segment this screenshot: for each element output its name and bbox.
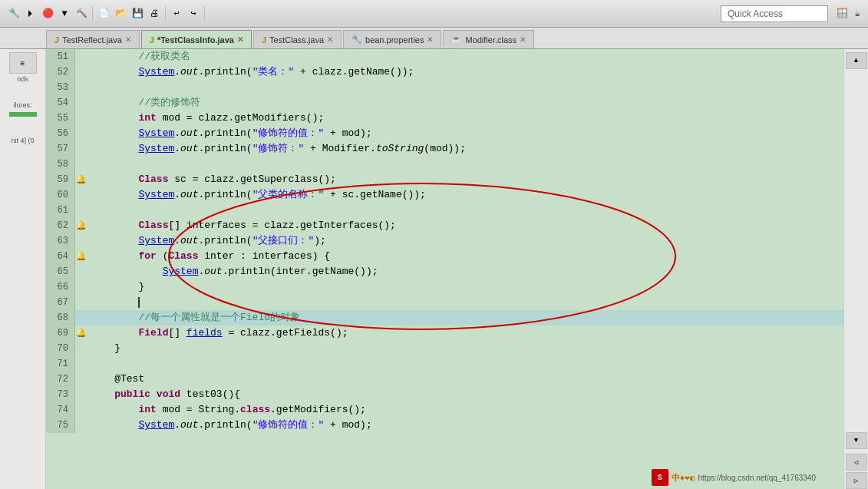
code-line-72: 72 @Test bbox=[46, 372, 843, 387]
code-70: } bbox=[87, 341, 843, 356]
line-num-69: 69 bbox=[46, 325, 75, 341]
sidebar-label-3: nit 4] (0 bbox=[11, 137, 34, 144]
code-editor[interactable]: 51 //获取类名 52 System.out.println("类名：" + … bbox=[46, 49, 843, 489]
code-line-70: 70 } bbox=[46, 341, 843, 356]
code-72: @Test bbox=[87, 372, 843, 387]
toolbar-group-3: ↩ ↪ bbox=[166, 6, 205, 21]
code-line-73: 73 public void test03(){ bbox=[46, 387, 843, 402]
watermark-brand: 中♦❤◐ bbox=[672, 472, 695, 484]
tab-reflect-close[interactable]: ✕ bbox=[125, 35, 131, 44]
code-line-67: 67 bbox=[46, 295, 843, 310]
redo-icon[interactable]: ↪ bbox=[186, 6, 201, 21]
tab-modifier[interactable]: ☕ Modifier.class ✕ bbox=[443, 30, 534, 48]
code-line-61: 61 bbox=[46, 203, 843, 218]
tab-bean-icon: 🔧 bbox=[351, 35, 362, 45]
tab-testclass-close[interactable]: ✕ bbox=[327, 35, 333, 44]
line-num-63: 63 bbox=[46, 233, 75, 249]
line-num-67: 67 bbox=[46, 295, 75, 310]
toolbar-icon-5[interactable]: 🔨 bbox=[74, 6, 89, 21]
line-num-60: 60 bbox=[46, 187, 75, 203]
code-57: System.out.println("修饰符：" + Modifier.toS… bbox=[87, 141, 843, 157]
quick-access-label: Quick Access bbox=[728, 8, 783, 19]
right-btn-nav-2[interactable]: ▷ bbox=[846, 472, 867, 489]
save-icon[interactable]: 💾 bbox=[130, 6, 145, 21]
toolbar-group-1: 🔧 ⏵ 🔴 ▼ 🔨 bbox=[3, 6, 93, 21]
code-59: Class sc = clazz.getSuperclass(); bbox=[87, 172, 843, 187]
code-73: public void test03(){ bbox=[87, 387, 843, 402]
code-65: System.out.println(inter.getName()); bbox=[87, 264, 843, 279]
code-68: //每一个属性就是一个Field的对象 bbox=[87, 310, 843, 325]
line-num-54: 54 bbox=[46, 95, 75, 111]
code-line-54: 54 //类的修饰符 bbox=[46, 95, 843, 111]
sidebar-btn-1[interactable]: ≡ bbox=[9, 52, 37, 74]
watermark-logo: S bbox=[652, 469, 668, 486]
undo-icon[interactable]: ↩ bbox=[169, 6, 184, 21]
line-num-74: 74 bbox=[46, 402, 75, 418]
gutter-59: 🔔 bbox=[75, 172, 87, 187]
tab-classinfo-close[interactable]: ✕ bbox=[237, 35, 243, 44]
tab-bean[interactable]: 🔧 bean.properties ✕ bbox=[343, 30, 441, 48]
code-line-60: 60 System.out.println("父类的名称：" + sc.getN… bbox=[46, 187, 843, 203]
right-btn-nav-1[interactable]: ◁ bbox=[846, 454, 867, 471]
left-sidebar: ≡ nds ilures: nit 4] (0 bbox=[0, 49, 46, 489]
code-62: Class[] interfaces = clazz.getInterfaces… bbox=[87, 218, 843, 233]
code-line-69: 69 🔔 Field[] fields = clazz.getFields(); bbox=[46, 325, 843, 341]
line-num-59: 59 bbox=[46, 172, 75, 187]
line-num-55: 55 bbox=[46, 111, 75, 126]
toolbar-icon-1[interactable]: 🔧 bbox=[6, 6, 21, 21]
quick-access-input[interactable]: Quick Access bbox=[721, 5, 828, 22]
line-num-72: 72 bbox=[46, 372, 75, 387]
code-line-57: 57 System.out.println("修饰符：" + Modifier.… bbox=[46, 141, 843, 157]
tab-reflect[interactable]: J TestReflect.java ✕ bbox=[46, 30, 140, 48]
menu-icon-2[interactable]: ☕ bbox=[850, 6, 865, 21]
code-line-52: 52 System.out.println("类名：" + clazz.getN… bbox=[46, 64, 843, 80]
code-63: System.out.println("父接口们："); bbox=[87, 233, 843, 249]
line-num-71: 71 bbox=[46, 356, 75, 372]
tab-testclass-icon: J bbox=[262, 35, 266, 45]
tab-bean-close[interactable]: ✕ bbox=[427, 35, 433, 44]
new-file-icon[interactable]: 📄 bbox=[96, 6, 111, 21]
code-56: System.out.println("修饰符的值：" + mod); bbox=[87, 126, 843, 141]
code-line-62: 62 🔔 Class[] interfaces = clazz.getInter… bbox=[46, 218, 843, 233]
code-line-75: 75 System.out.println("修饰符的值：" + mod); bbox=[46, 418, 843, 433]
print-icon[interactable]: 🖨 bbox=[147, 6, 162, 21]
code-area: 51 //获取类名 52 System.out.println("类名：" + … bbox=[46, 49, 843, 489]
line-num-61: 61 bbox=[46, 203, 75, 218]
toolbar-icon-4[interactable]: ▼ bbox=[57, 6, 72, 21]
code-64: for (Class inter : interfaces) { bbox=[87, 249, 843, 264]
code-66: } bbox=[87, 279, 843, 295]
watermark-url: https://blog.csdn.net/qq_41763340 bbox=[698, 474, 816, 482]
tab-modifier-close[interactable]: ✕ bbox=[520, 35, 526, 44]
menu-icon-1[interactable]: 🪟 bbox=[834, 6, 850, 21]
code-75: System.out.println("修饰符的值：" + mod); bbox=[87, 418, 843, 433]
toolbar: 🔧 ⏵ 🔴 ▼ 🔨 📄 📂 💾 🖨 ↩ ↪ Quick Access 🪟 ☕ bbox=[0, 0, 868, 28]
code-line-55: 55 int mod = clazz.getModifiers(); bbox=[46, 111, 843, 126]
code-line-51: 51 //获取类名 bbox=[46, 49, 843, 64]
gutter-62: 🔔 bbox=[75, 218, 87, 233]
tab-testclass[interactable]: J TestClass.java ✕ bbox=[253, 30, 342, 48]
line-num-57: 57 bbox=[46, 141, 75, 157]
tab-reflect-label: TestReflect.java bbox=[62, 35, 122, 45]
line-num-56: 56 bbox=[46, 126, 75, 141]
toolbar-icon-2[interactable]: ⏵ bbox=[23, 6, 38, 21]
tab-classinfo-icon: J bbox=[150, 35, 154, 45]
tab-modifier-icon: ☕ bbox=[451, 35, 462, 45]
line-num-75: 75 bbox=[46, 418, 75, 433]
sidebar-label-2: ilures: bbox=[13, 101, 31, 109]
sidebar-label-1: nds bbox=[17, 75, 28, 83]
line-num-64: 64 bbox=[46, 249, 75, 264]
right-panel: ▲ ▼ ◁ ▷ bbox=[843, 49, 868, 489]
code-52: System.out.println("类名：" + clazz.getName… bbox=[87, 64, 843, 80]
code-line-56: 56 System.out.println("修饰符的值：" + mod); bbox=[46, 126, 843, 141]
right-btn-scroll-up[interactable]: ▲ bbox=[846, 52, 867, 69]
code-55: int mod = clazz.getModifiers(); bbox=[87, 111, 843, 126]
code-line-64: 64 🔔 for (Class inter : interfaces) { bbox=[46, 249, 843, 264]
gutter-64: 🔔 bbox=[75, 249, 87, 264]
right-btn-scroll-down[interactable]: ▼ bbox=[846, 432, 867, 449]
code-line-65: 65 System.out.println(inter.getName()); bbox=[46, 264, 843, 279]
code-line-53: 53 bbox=[46, 80, 843, 95]
tab-classinfo[interactable]: J *TestClassInfo.java ✕ bbox=[141, 30, 252, 48]
tab-bean-label: bean.properties bbox=[365, 35, 424, 45]
open-icon[interactable]: 📂 bbox=[113, 6, 128, 21]
toolbar-icon-3[interactable]: 🔴 bbox=[40, 6, 55, 21]
